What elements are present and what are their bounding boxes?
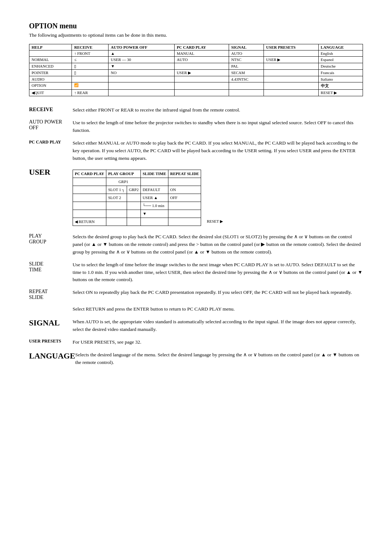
slide-time-content: Use to select the length of time before … xyxy=(73,261,363,284)
col-signal: SIGNAL xyxy=(229,44,264,50)
user-label: USER xyxy=(29,167,73,177)
section-user-presets: USER PRESETS For USER PRESETS, see page … xyxy=(29,339,363,346)
user-presets-label: USER PRESETS xyxy=(29,339,73,344)
section-auto-power-off: AUTO POWER OFF Use to select the length … xyxy=(29,119,363,134)
user-presets-content: For USER PRESETS, see page 32. xyxy=(73,339,363,346)
play-group-label: PLAY GROUP xyxy=(29,233,73,245)
language-content: Selects the desired language of the menu… xyxy=(75,351,363,366)
col-help: HELP xyxy=(29,44,72,50)
col-receive: RECEIVE xyxy=(72,44,109,50)
section-pc-card-play: PC CARD PLAY Select either MANUAL or AUT… xyxy=(29,139,363,162)
play-group-content: Selects the desired group to play back t… xyxy=(73,233,363,256)
slide-time-label: SLIDE TIME xyxy=(29,261,73,273)
page-title: OPTION menu xyxy=(29,22,363,30)
receive-label: RECEIVE xyxy=(29,106,73,113)
receive-content: Select either FRONT or REAR to receive t… xyxy=(73,106,363,114)
section-return-note: Select RETURN and press the ENTER button… xyxy=(29,305,363,313)
intro-text: The following adjustments to optional it… xyxy=(29,32,363,38)
col-pc-card-play: PC CARD PLAY xyxy=(174,44,229,50)
section-signal: SIGNAL When AUTO is set, the appropriate… xyxy=(29,318,363,333)
option-menu-table: HELP RECEIVE AUTO POWER OFF PC CARD PLAY… xyxy=(29,44,363,96)
signal-label: SIGNAL xyxy=(29,318,73,328)
section-language: LANGUAGE Selects the desired language of… xyxy=(29,351,363,366)
auto-power-off-label: AUTO POWER OFF xyxy=(29,119,73,131)
col-user-presets: USER PRESETS xyxy=(264,44,318,50)
section-play-group: PLAY GROUP Selects the desired group to … xyxy=(29,233,363,256)
section-receive: RECEIVE Select either FRONT or REAR to r… xyxy=(29,106,363,114)
section-slide-time: SLIDE TIME Use to select the length of t… xyxy=(29,261,363,284)
signal-content: When AUTO is set, the appropriate video … xyxy=(73,318,363,333)
col-language: LANGUAGE xyxy=(318,44,363,50)
auto-power-off-content: Use to select the length of time before … xyxy=(73,119,363,134)
repeat-slide-content: Select ON to repeatedly play back the PC… xyxy=(73,289,363,296)
pc-card-play-content: Select either MANUAL or AUTO mode to pla… xyxy=(73,139,363,162)
user-submenu-table: PC CARD PLAY PLAY GROUP SLIDE TIME REPEA… xyxy=(73,170,225,226)
col-auto-power-off: AUTO POWER OFF xyxy=(109,44,175,50)
language-label: LANGUAGE xyxy=(29,351,75,361)
user-content: PC CARD PLAY PLAY GROUP SLIDE TIME REPEA… xyxy=(73,167,363,228)
repeat-slide-label: REPEAT SLIDE xyxy=(29,289,73,300)
section-repeat-slide: REPEAT SLIDE Select ON to repeatedly pla… xyxy=(29,289,363,300)
pc-card-play-label: PC CARD PLAY xyxy=(29,139,73,145)
section-user: USER PC CARD PLAY PLAY GROUP SLIDE TIME … xyxy=(29,167,363,228)
return-note-content: Select RETURN and press the ENTER button… xyxy=(73,305,363,313)
